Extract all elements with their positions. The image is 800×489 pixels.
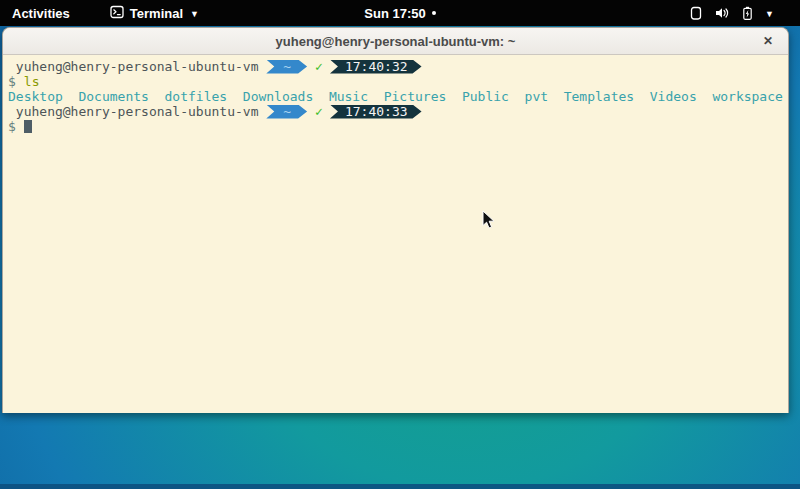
shell-prompt-symbol: $: [8, 119, 16, 134]
check-icon: ✓: [315, 59, 323, 74]
prompt-user: yuheng@henry-personal-ubuntu-vm: [8, 59, 266, 74]
desktop-bottom-edge: [0, 484, 800, 489]
prompt-user: yuheng@henry-personal-ubuntu-vm: [8, 104, 266, 119]
clock[interactable]: Sun 17:50: [364, 6, 425, 21]
display-icon: [689, 6, 703, 21]
chevron-down-icon: ▼: [765, 9, 774, 19]
prompt-line-1: yuheng@henry-personal-ubuntu-vm ~ ✓ 17:4…: [8, 59, 788, 74]
input-line: $: [8, 119, 788, 134]
prompt-line-2: yuheng@henry-personal-ubuntu-vm ~ ✓ 17:4…: [8, 104, 788, 119]
close-icon: ✕: [763, 34, 773, 48]
terminal-content[interactable]: yuheng@henry-personal-ubuntu-vm ~ ✓ 17:4…: [3, 55, 788, 413]
battery-charging-icon: [741, 6, 754, 21]
ls-output: Desktop Documents dotfiles Downloads Mus…: [8, 89, 788, 104]
app-menu[interactable]: Terminal ▼: [110, 0, 199, 26]
prompt-time-segment: 17:40:32: [330, 60, 422, 74]
top-bar: Activities Terminal ▼ Sun 17:50: [0, 0, 800, 26]
activities-button[interactable]: Activities: [0, 0, 82, 26]
terminal-window: yuheng@henry-personal-ubuntu-vm: ~ ✕ yuh…: [2, 27, 789, 413]
check-icon: ✓: [315, 104, 323, 119]
app-menu-label: Terminal: [130, 6, 183, 21]
window-titlebar[interactable]: yuheng@henry-personal-ubuntu-vm: ~ ✕: [3, 28, 788, 55]
prompt-path-segment: ~: [266, 60, 307, 74]
text-cursor-block: [24, 120, 32, 133]
volume-icon: [714, 6, 730, 20]
command-text: ls: [16, 74, 40, 89]
terminal-icon: [110, 5, 124, 22]
close-button[interactable]: ✕: [763, 28, 773, 54]
prompt-path-segment: ~: [266, 105, 307, 119]
chevron-down-icon: ▼: [190, 9, 199, 19]
command-line: $ls: [8, 74, 788, 89]
window-title: yuheng@henry-personal-ubuntu-vm: ~: [276, 34, 516, 49]
prompt-time-segment: 17:40:33: [330, 105, 422, 119]
notification-dot: [432, 11, 436, 15]
shell-prompt-symbol: $: [8, 74, 16, 89]
system-status-area[interactable]: ▼: [689, 0, 774, 26]
